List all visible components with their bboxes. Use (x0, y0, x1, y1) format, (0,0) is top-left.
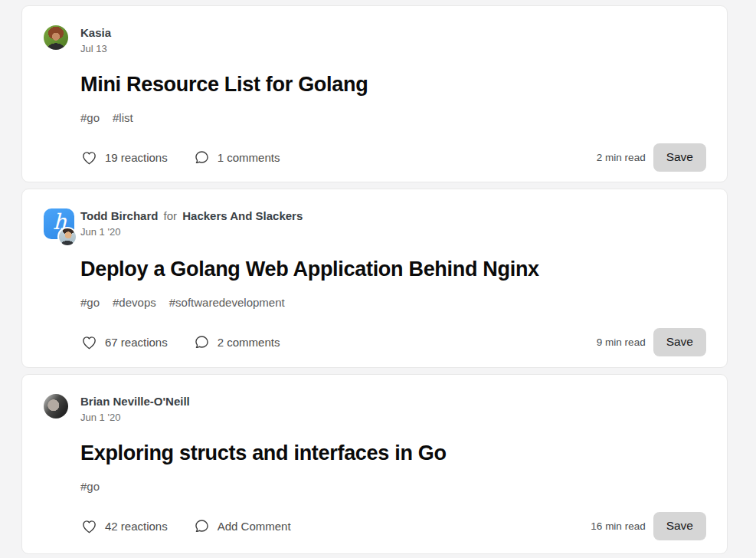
avatar[interactable] (44, 25, 68, 50)
post-body: Mini Resource List for Golang #go #list … (44, 73, 706, 172)
tag-link[interactable]: #go (80, 296, 100, 309)
post-body: Deploy a Golang Web Application Behind N… (44, 258, 706, 356)
post-footer: 67 reactions 2 comments 9 min read Save (80, 328, 706, 356)
post-header: Brian Neville-O'Neill Jun 1 '20 (44, 394, 706, 423)
reactions-count: 67 reactions (105, 336, 168, 349)
post-title-link[interactable]: Deploy a Golang Web Application Behind N… (80, 258, 706, 281)
byline: Kasia (80, 26, 111, 40)
avatar-column (44, 394, 80, 419)
heart-icon (80, 149, 98, 166)
comments-count: 2 comments (218, 336, 280, 349)
comments-button[interactable]: 2 comments (193, 333, 280, 351)
post-card: Kasia Jul 13 Mini Resource List for Gola… (21, 5, 728, 182)
comments-button[interactable]: 1 comments (193, 149, 280, 166)
heart-icon (80, 517, 98, 535)
byline: Brian Neville-O'Neill (80, 395, 190, 409)
post-title-link[interactable]: Exploring structs and interfaces in Go (80, 441, 706, 465)
organization-name[interactable]: Hackers And Slackers (182, 209, 303, 222)
post-meta: Kasia Jul 13 (80, 25, 111, 54)
reactions-button[interactable]: 67 reactions (80, 333, 168, 351)
post-date: Jun 1 '20 (80, 412, 190, 423)
reactions-button[interactable]: 42 reactions (80, 517, 168, 535)
tag-link[interactable]: #go (80, 111, 100, 124)
post-meta: Todd Birchard for Hackers And Slackers J… (80, 208, 303, 238)
tag-link[interactable]: #list (113, 111, 133, 124)
save-button[interactable]: Save (653, 143, 706, 172)
author-name[interactable]: Brian Neville-O'Neill (80, 395, 190, 408)
add-comment-button[interactable]: Add Comment (193, 517, 291, 535)
post-card: Brian Neville-O'Neill Jun 1 '20 Explorin… (21, 374, 728, 554)
author-name[interactable]: Todd Birchard (80, 209, 158, 222)
comments-count: Add Comment (218, 520, 291, 533)
comment-icon (193, 517, 211, 535)
post-footer: 42 reactions Add Comment 16 min read Sav… (80, 512, 706, 540)
reactions-count: 42 reactions (105, 520, 168, 533)
post-body: Exploring structs and interfaces in Go #… (44, 441, 706, 540)
tag-link[interactable]: #devops (113, 296, 156, 309)
tag-list: #go #list (80, 111, 706, 124)
save-button[interactable]: Save (653, 328, 706, 356)
tag-link[interactable]: #go (80, 480, 100, 493)
post-footer: 19 reactions 1 comments 2 min read Save (80, 143, 706, 172)
comment-icon (193, 149, 211, 166)
post-header: Kasia Jul 13 (44, 25, 706, 54)
tag-list: #go #devops #softwaredevelopment (80, 296, 706, 309)
article-feed: Kasia Jul 13 Mini Resource List for Gola… (0, 0, 756, 554)
post-meta: Brian Neville-O'Neill Jun 1 '20 (80, 394, 190, 423)
reactions-count: 19 reactions (105, 151, 168, 164)
reactions-button[interactable]: 19 reactions (80, 149, 168, 166)
post-header: h Todd Birchard for Hackers And Slackers… (44, 208, 706, 239)
read-time: 16 min read (591, 520, 645, 532)
read-time: 2 min read (597, 152, 646, 163)
post-card: h Todd Birchard for Hackers And Slackers… (21, 189, 728, 368)
save-button[interactable]: Save (653, 512, 706, 540)
post-title-link[interactable]: Mini Resource List for Golang (80, 73, 706, 97)
avatar-column (44, 25, 80, 50)
byline: Todd Birchard for Hackers And Slackers (80, 209, 303, 223)
avatar[interactable] (44, 394, 68, 419)
author-name[interactable]: Kasia (80, 26, 111, 39)
tag-link[interactable]: #softwaredevelopment (169, 296, 285, 309)
post-date: Jul 13 (80, 43, 111, 54)
avatar-column: h (44, 208, 80, 239)
tag-list: #go (80, 480, 706, 493)
comments-count: 1 comments (218, 151, 280, 164)
comment-icon (193, 333, 211, 351)
for-label: for (162, 209, 180, 222)
post-date: Jun 1 '20 (80, 226, 303, 238)
read-time: 9 min read (597, 336, 646, 348)
heart-icon (80, 333, 98, 351)
author-mini-avatar[interactable] (57, 227, 77, 247)
